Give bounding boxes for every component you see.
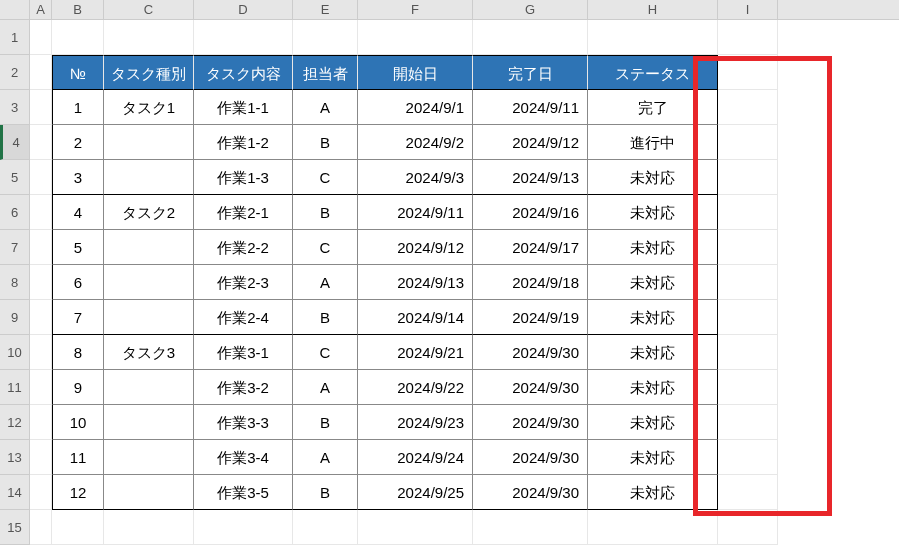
cell-B12[interactable]: 10	[52, 405, 104, 440]
cell-H11[interactable]: 未対応	[588, 370, 718, 405]
cell-A15[interactable]	[30, 510, 52, 545]
col-header-H[interactable]: H	[588, 0, 718, 19]
cell-A7[interactable]	[30, 230, 52, 265]
cell-E3[interactable]: A	[293, 90, 358, 125]
cell-D6[interactable]: 作業2-1	[194, 195, 293, 230]
cell-C4[interactable]	[104, 125, 194, 160]
cell-H14[interactable]: 未対応	[588, 475, 718, 510]
cell-E11[interactable]: A	[293, 370, 358, 405]
cell-H15[interactable]	[588, 510, 718, 545]
cell-D14[interactable]: 作業3-5	[194, 475, 293, 510]
cell-A3[interactable]	[30, 90, 52, 125]
cell-A5[interactable]	[30, 160, 52, 195]
row-header-10[interactable]: 10	[0, 335, 30, 370]
cell-D1[interactable]	[194, 20, 293, 55]
cell-C15[interactable]	[104, 510, 194, 545]
cell-F15[interactable]	[358, 510, 473, 545]
cell-B4[interactable]: 2	[52, 125, 104, 160]
cell-F6[interactable]: 2024/9/11	[358, 195, 473, 230]
cell-A14[interactable]	[30, 475, 52, 510]
cell-B5[interactable]: 3	[52, 160, 104, 195]
cell-G13[interactable]: 2024/9/30	[473, 440, 588, 475]
row-header-6[interactable]: 6	[0, 195, 30, 230]
col-header-B[interactable]: B	[52, 0, 104, 19]
cell-C9[interactable]	[104, 300, 194, 335]
col-header-A[interactable]: A	[30, 0, 52, 19]
cell-E8[interactable]: A	[293, 265, 358, 300]
row-header-5[interactable]: 5	[0, 160, 30, 195]
cell-H8[interactable]: 未対応	[588, 265, 718, 300]
cell-I14[interactable]	[718, 475, 778, 510]
cell-G6[interactable]: 2024/9/16	[473, 195, 588, 230]
cell-C3[interactable]: タスク1	[104, 90, 194, 125]
cell-F3[interactable]: 2024/9/1	[358, 90, 473, 125]
cell-B2[interactable]: №	[52, 55, 104, 90]
cell-C12[interactable]	[104, 405, 194, 440]
col-header-E[interactable]: E	[293, 0, 358, 19]
cell-H1[interactable]	[588, 20, 718, 55]
row-header-14[interactable]: 14	[0, 475, 30, 510]
cell-F10[interactable]: 2024/9/21	[358, 335, 473, 370]
cell-C2[interactable]: タスク種別	[104, 55, 194, 90]
cell-E7[interactable]: C	[293, 230, 358, 265]
cell-G4[interactable]: 2024/9/12	[473, 125, 588, 160]
cell-I1[interactable]	[718, 20, 778, 55]
cell-D13[interactable]: 作業3-4	[194, 440, 293, 475]
cell-A1[interactable]	[30, 20, 52, 55]
cell-D2[interactable]: タスク内容	[194, 55, 293, 90]
cell-I5[interactable]	[718, 160, 778, 195]
cell-H3[interactable]: 完了	[588, 90, 718, 125]
cell-A11[interactable]	[30, 370, 52, 405]
cell-B11[interactable]: 9	[52, 370, 104, 405]
cell-G5[interactable]: 2024/9/13	[473, 160, 588, 195]
cell-B8[interactable]: 6	[52, 265, 104, 300]
cell-D11[interactable]: 作業3-2	[194, 370, 293, 405]
col-header-D[interactable]: D	[194, 0, 293, 19]
cell-H6[interactable]: 未対応	[588, 195, 718, 230]
row-header-11[interactable]: 11	[0, 370, 30, 405]
row-header-12[interactable]: 12	[0, 405, 30, 440]
cell-F4[interactable]: 2024/9/2	[358, 125, 473, 160]
cell-I13[interactable]	[718, 440, 778, 475]
cell-H10[interactable]: 未対応	[588, 335, 718, 370]
row-header-1[interactable]: 1	[0, 20, 30, 55]
cell-E4[interactable]: B	[293, 125, 358, 160]
cell-G1[interactable]	[473, 20, 588, 55]
cell-A8[interactable]	[30, 265, 52, 300]
cell-A10[interactable]	[30, 335, 52, 370]
cell-D9[interactable]: 作業2-4	[194, 300, 293, 335]
cell-H7[interactable]: 未対応	[588, 230, 718, 265]
cell-C11[interactable]	[104, 370, 194, 405]
cell-H5[interactable]: 未対応	[588, 160, 718, 195]
cell-A4[interactable]	[30, 125, 52, 160]
cell-C7[interactable]	[104, 230, 194, 265]
cell-E13[interactable]: A	[293, 440, 358, 475]
cell-F5[interactable]: 2024/9/3	[358, 160, 473, 195]
cell-D4[interactable]: 作業1-2	[194, 125, 293, 160]
cell-G7[interactable]: 2024/9/17	[473, 230, 588, 265]
cell-H2[interactable]: ステータス	[588, 55, 718, 90]
row-header-7[interactable]: 7	[0, 230, 30, 265]
col-header-G[interactable]: G	[473, 0, 588, 19]
cell-I10[interactable]	[718, 335, 778, 370]
cell-C13[interactable]	[104, 440, 194, 475]
cell-A12[interactable]	[30, 405, 52, 440]
col-header-I[interactable]: I	[718, 0, 778, 19]
cell-I15[interactable]	[718, 510, 778, 545]
cell-E1[interactable]	[293, 20, 358, 55]
cell-G12[interactable]: 2024/9/30	[473, 405, 588, 440]
cell-B14[interactable]: 12	[52, 475, 104, 510]
cell-A9[interactable]	[30, 300, 52, 335]
col-header-F[interactable]: F	[358, 0, 473, 19]
cell-G3[interactable]: 2024/9/11	[473, 90, 588, 125]
cell-H13[interactable]: 未対応	[588, 440, 718, 475]
cell-D5[interactable]: 作業1-3	[194, 160, 293, 195]
row-header-9[interactable]: 9	[0, 300, 30, 335]
cell-D15[interactable]	[194, 510, 293, 545]
cell-G11[interactable]: 2024/9/30	[473, 370, 588, 405]
cell-F14[interactable]: 2024/9/25	[358, 475, 473, 510]
cell-C10[interactable]: タスク3	[104, 335, 194, 370]
select-all-corner[interactable]	[0, 0, 30, 19]
cell-C14[interactable]	[104, 475, 194, 510]
row-header-2[interactable]: 2	[0, 55, 30, 90]
